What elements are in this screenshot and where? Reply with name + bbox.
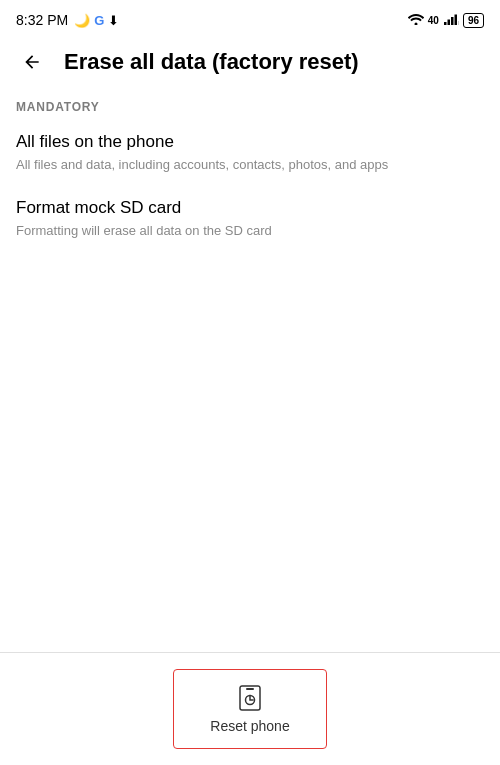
item-description-sdcard: Formatting will erase all data on the SD… xyxy=(16,222,484,240)
signal-icon xyxy=(443,11,459,29)
svg-rect-3 xyxy=(454,15,457,26)
bottom-action-area: Reset phone xyxy=(0,652,500,765)
reset-phone-button[interactable]: Reset phone xyxy=(173,669,326,749)
status-bar: 8:32 PM 🌙 G ⬇ 40 xyxy=(0,0,500,36)
section-label: MANDATORY xyxy=(16,100,484,114)
item-title-files: All files on the phone xyxy=(16,132,484,152)
network-icon: 40 xyxy=(428,15,439,26)
status-left: 8:32 PM 🌙 G ⬇ xyxy=(16,12,119,28)
list-item: All files on the phone All files and dat… xyxy=(16,132,484,174)
download-icon: ⬇ xyxy=(108,13,119,28)
battery-icon: 96 xyxy=(463,13,484,28)
page-header: Erase all data (factory reset) xyxy=(0,36,500,92)
moon-icon: 🌙 xyxy=(74,13,90,28)
content-area: MANDATORY All files on the phone All fil… xyxy=(0,92,500,272)
item-title-sdcard: Format mock SD card xyxy=(16,198,484,218)
reset-button-label: Reset phone xyxy=(210,718,289,734)
wifi-icon xyxy=(408,11,424,29)
page-title: Erase all data (factory reset) xyxy=(64,49,359,75)
svg-rect-1 xyxy=(447,20,450,26)
google-icon: G xyxy=(94,13,104,28)
status-time: 8:32 PM xyxy=(16,12,68,28)
status-right: 40 96 xyxy=(408,11,484,29)
item-description-files: All files and data, including accounts, … xyxy=(16,156,484,174)
reset-icon xyxy=(236,684,264,712)
back-button[interactable] xyxy=(16,46,48,78)
svg-rect-6 xyxy=(246,688,254,690)
svg-rect-0 xyxy=(444,22,447,25)
svg-rect-2 xyxy=(451,17,454,25)
list-item: Format mock SD card Formatting will eras… xyxy=(16,198,484,240)
status-icons: 🌙 G ⬇ xyxy=(74,13,119,28)
svg-rect-4 xyxy=(458,21,459,25)
